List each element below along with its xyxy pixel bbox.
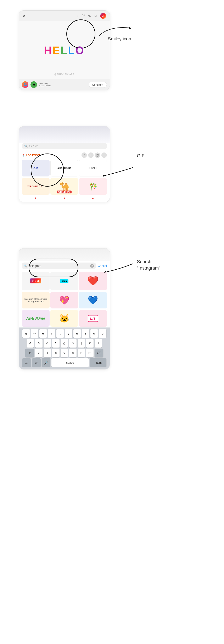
scroll-arrow-3[interactable]: ▲ bbox=[79, 196, 107, 200]
pen-icon[interactable]: ✎ bbox=[88, 14, 91, 18]
gph-badge: #gph bbox=[60, 279, 68, 283]
key-emoji[interactable]: ☺ bbox=[32, 358, 41, 367]
key-n[interactable]: n bbox=[78, 348, 85, 357]
social-icon-group: f t ⋯ bbox=[81, 152, 107, 158]
heart-sticker-2[interactable]: 💖 bbox=[50, 292, 78, 308]
key-k[interactable]: k bbox=[86, 339, 93, 348]
keyboard-row3: ⇧ z x c v b n m ⌫ bbox=[20, 348, 109, 357]
key-c[interactable]: c bbox=[52, 348, 60, 357]
gif-sticker-cell[interactable]: GIF bbox=[22, 160, 50, 176]
key-w[interactable]: w bbox=[31, 329, 38, 338]
instagram-icon[interactable] bbox=[95, 152, 100, 158]
result-gph-sticker[interactable]: #gph bbox=[50, 272, 78, 290]
key-r[interactable]: r bbox=[48, 329, 55, 338]
heart-sticker-3[interactable]: 💙 bbox=[79, 292, 107, 308]
sticker-category-row: 📍 LOCATION f t ⋯ bbox=[19, 151, 110, 159]
your-story-label: Your Story bbox=[39, 82, 51, 84]
search-input-box[interactable]: 🔍 instagram ✕ bbox=[22, 262, 96, 269]
wednesday-label: WEDNESDAY bbox=[27, 185, 44, 188]
arrow-icon-1: ▲ bbox=[34, 196, 37, 200]
watermark: @PREVIEW.APP bbox=[54, 73, 74, 76]
insta-badge: #IGot bbox=[30, 278, 41, 284]
key-a[interactable]: a bbox=[27, 339, 34, 348]
story-labels: Your Story Close Friends bbox=[39, 82, 51, 87]
key-b[interactable]: b bbox=[69, 348, 76, 357]
story-hello-text: HELLO bbox=[44, 44, 85, 56]
gif-arrow-svg bbox=[99, 164, 137, 180]
svg-rect-1 bbox=[96, 154, 99, 156]
keyboard-row4: 123 ☺ 🎤 space return bbox=[20, 358, 109, 367]
wednesday-text-sticker[interactable]: WEDNESDAY bbox=[22, 178, 50, 195]
key-j[interactable]: j bbox=[78, 339, 85, 348]
key-x[interactable]: x bbox=[44, 348, 51, 357]
chevron-right-icon: › bbox=[102, 83, 103, 86]
awesome-sticker[interactable]: AwESOme bbox=[22, 310, 50, 327]
key-l[interactable]: l bbox=[94, 339, 102, 348]
more-icon[interactable]: ⋯ bbox=[101, 152, 107, 158]
close-friends-label: Close Friends bbox=[39, 84, 51, 87]
close-friends-badge: ★ bbox=[31, 81, 37, 88]
svg-marker-4 bbox=[103, 174, 105, 177]
sticker-search-bar[interactable]: 🔍 Search bbox=[22, 143, 107, 149]
keyboard-row2: a s d f g h j k l bbox=[20, 339, 109, 348]
wish-glasses-sticker[interactable]: I wish my glasses were Instagram filters bbox=[22, 292, 50, 308]
key-q[interactable]: q bbox=[22, 329, 30, 338]
scroll-arrows: ▲ ▲ ▲ bbox=[19, 196, 110, 202]
search-icon-small: 🔍 bbox=[24, 264, 27, 268]
smiley-icon-label: Smiley icon bbox=[108, 36, 131, 42]
key-v[interactable]: v bbox=[61, 348, 68, 357]
facebook-icon[interactable]: f bbox=[81, 152, 87, 158]
key-space[interactable]: space bbox=[51, 358, 89, 367]
key-i[interactable]: i bbox=[82, 329, 89, 338]
gif-label: GIF bbox=[137, 153, 145, 158]
heart-emoji: ❤️ bbox=[87, 276, 99, 286]
profile-avatar: A bbox=[100, 13, 106, 19]
key-m[interactable]: m bbox=[86, 348, 93, 357]
key-t[interactable]: t bbox=[56, 329, 64, 338]
location-label: LOCATION bbox=[26, 154, 40, 157]
story-editor-frame: ✕ ↓ ♡ ✎ ☺ A HELLO @PREVIEW.APP 🌐 ★ Your … bbox=[19, 10, 110, 90]
key-mic[interactable]: 🎤 bbox=[42, 358, 50, 367]
key-123[interactable]: 123 bbox=[22, 358, 31, 367]
red-decoration-emoji: 🎋 bbox=[88, 182, 98, 191]
clear-search-button[interactable]: ✕ bbox=[90, 264, 94, 268]
key-shift[interactable]: ⇧ bbox=[25, 348, 34, 357]
key-z[interactable]: z bbox=[35, 348, 43, 357]
cat-sticker[interactable]: 🐱 bbox=[50, 310, 78, 327]
heart-3-emoji: 💙 bbox=[88, 296, 98, 305]
key-f[interactable]: f bbox=[52, 339, 60, 348]
hashtag-sticker-cell[interactable]: #HASHTAG bbox=[50, 160, 78, 176]
key-g[interactable]: g bbox=[61, 339, 68, 348]
camel-sticker-cell[interactable]: 🐪 WEDNESDAY bbox=[50, 178, 78, 195]
key-s[interactable]: s bbox=[35, 339, 43, 348]
key-delete[interactable]: ⌫ bbox=[94, 348, 103, 357]
location-badge[interactable]: 📍 LOCATION bbox=[22, 154, 40, 157]
key-h[interactable]: h bbox=[69, 339, 76, 348]
key-e[interactable]: e bbox=[39, 329, 47, 338]
scroll-arrow-1[interactable]: ▲ bbox=[22, 196, 50, 200]
scroll-arrow-2[interactable]: ▲ bbox=[50, 196, 78, 200]
search-arrow-svg bbox=[99, 258, 137, 277]
cat-emoji: 🐱 bbox=[59, 314, 69, 323]
svg-point-2 bbox=[97, 154, 98, 156]
key-p[interactable]: p bbox=[99, 329, 106, 338]
lit-sticker[interactable]: LIT bbox=[79, 310, 107, 327]
sticker-icon[interactable]: ☺ bbox=[94, 14, 97, 18]
red-sticker-cell[interactable]: 🎋 bbox=[79, 178, 107, 195]
search-results-row1: #IGot #gph ❤️ bbox=[19, 271, 110, 291]
bookmark-icon[interactable]: ♡ bbox=[82, 14, 85, 18]
key-return[interactable]: return bbox=[90, 358, 106, 367]
sticker-panel: 🔍 Search 📍 LOCATION f t ⋯ bbox=[19, 126, 110, 202]
result-insta-sticker[interactable]: #IGot bbox=[22, 272, 50, 290]
send-to-button[interactable]: Send to › bbox=[89, 82, 107, 88]
download-icon[interactable]: ↓ bbox=[77, 14, 79, 18]
close-icon[interactable]: ✕ bbox=[23, 14, 26, 18]
search-top-area bbox=[19, 248, 110, 261]
story-bottom-bar: 🌐 ★ Your Story Close Friends Send to › bbox=[19, 79, 110, 90]
key-y[interactable]: y bbox=[65, 329, 72, 338]
key-o[interactable]: o bbox=[90, 329, 98, 338]
key-u[interactable]: u bbox=[73, 329, 81, 338]
twitter-icon[interactable]: t bbox=[88, 152, 93, 158]
your-story-avatar: 🌐 bbox=[22, 81, 28, 88]
key-d[interactable]: d bbox=[44, 339, 51, 348]
